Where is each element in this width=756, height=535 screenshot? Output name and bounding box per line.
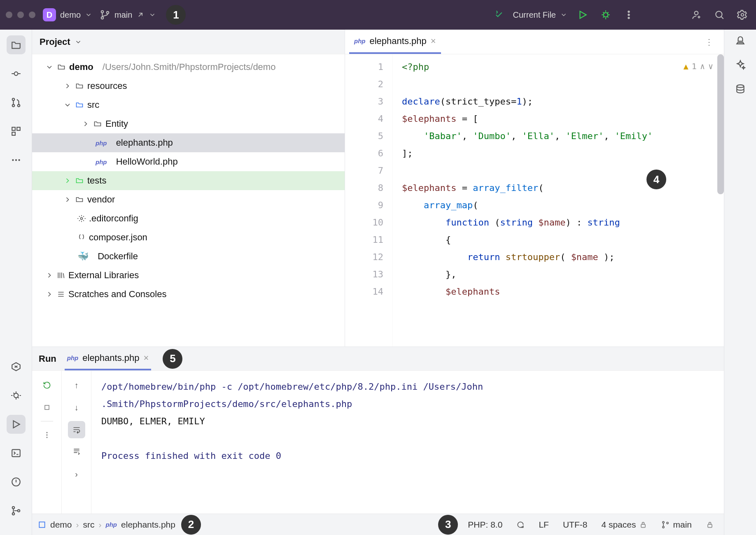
scroll-to-end-button[interactable] — [68, 443, 85, 461]
terminal-tool-button[interactable] — [7, 444, 26, 463]
close-icon[interactable]: × — [144, 353, 149, 363]
tree-label: Scratches and Consoles — [68, 289, 166, 300]
run-tool-window: Run phpelephants.php× 5 ↑ ↓ › — [32, 347, 724, 514]
structure-tool-button[interactable] — [7, 122, 26, 141]
title-bar: D demo main 1 Current File — [0, 0, 756, 30]
chevron-down-icon — [63, 101, 72, 109]
tree-item-hello[interactable]: php HelloWorld.php — [32, 152, 345, 171]
run-console[interactable]: /opt/homebrew/bin/php -c /opt/homebrew/e… — [91, 371, 724, 514]
minimize-window-icon[interactable] — [17, 12, 24, 18]
svg-rect-22 — [12, 449, 20, 456]
editor-tab-elephants[interactable]: php elephants.php × — [349, 30, 441, 54]
tree-item-editorconfig[interactable]: .editorconfig — [32, 209, 345, 228]
tree-root[interactable]: demo /Users/John.Smith/PhpstormProjects/… — [32, 58, 345, 77]
search-button[interactable] — [712, 7, 727, 23]
problems-tool-button[interactable] — [7, 472, 26, 491]
database-button[interactable] — [735, 84, 746, 97]
window-controls — [6, 12, 35, 18]
svg-point-24 — [12, 507, 14, 509]
project-header-title: Project — [40, 37, 70, 47]
svg-point-6 — [628, 17, 630, 19]
tree-item-entity[interactable]: Entity — [32, 114, 345, 133]
services-tool-button[interactable] — [7, 357, 26, 376]
tree-item-src[interactable]: src — [32, 95, 345, 114]
project-tool-window: Project demo /Users/John.Smith/PhpstormP… — [32, 30, 345, 347]
status-encoding[interactable]: UTF-8 — [559, 520, 592, 530]
next-icon[interactable]: ∨ — [708, 58, 713, 75]
project-tree[interactable]: demo /Users/John.Smith/PhpstormProjects/… — [32, 54, 345, 307]
svg-point-19 — [18, 159, 20, 161]
status-lock-icon[interactable] — [702, 521, 718, 529]
build-button[interactable] — [490, 7, 506, 23]
code-with-me-button[interactable] — [688, 7, 704, 23]
run-button[interactable] — [575, 7, 590, 23]
tree-item-elephants[interactable]: php elephants.php — [32, 133, 345, 152]
chevron-down-icon — [75, 38, 82, 46]
up-button[interactable]: ↑ — [68, 377, 85, 394]
editor-tabs-more[interactable]: ⋮ — [698, 37, 720, 47]
tree-item-resources[interactable]: resources — [32, 77, 345, 95]
status-indent[interactable]: 4 spaces — [597, 520, 651, 530]
commit-tool-button[interactable] — [7, 64, 26, 83]
tree-item-tests[interactable]: tests — [32, 171, 345, 190]
debug-button[interactable] — [598, 7, 614, 23]
run-config-name: Current File — [513, 10, 556, 20]
svg-point-30 — [46, 434, 47, 435]
tree-path: /Users/John.Smith/PhpstormProjects/demo — [103, 62, 276, 72]
run-tab[interactable]: phpelephants.php× — [65, 347, 152, 370]
status-php[interactable]: PHP: 8.0 — [464, 520, 506, 530]
inspection-widget[interactable]: ▲1∧∨ — [684, 58, 713, 75]
run-more-button[interactable] — [38, 426, 56, 444]
close-window-icon[interactable] — [6, 12, 12, 18]
editor-scrollbar[interactable] — [717, 54, 724, 194]
maximize-window-icon[interactable] — [29, 12, 35, 18]
svg-point-27 — [81, 218, 83, 220]
status-line-ending[interactable]: LF — [534, 520, 553, 530]
tree-item-docker[interactable]: 🐳 Dockerfile — [32, 247, 345, 266]
expand-button[interactable]: › — [68, 465, 85, 483]
rerun-button[interactable] — [38, 377, 56, 394]
tree-item-composer[interactable]: composer.json — [32, 228, 345, 247]
project-tool-button[interactable] — [7, 35, 26, 54]
project-header[interactable]: Project — [32, 30, 345, 54]
close-icon[interactable]: × — [431, 36, 436, 47]
settings-button[interactable] — [735, 7, 750, 23]
soft-wrap-button[interactable] — [68, 421, 85, 438]
php-file-icon: php — [354, 37, 366, 44]
svg-point-10 — [14, 72, 18, 76]
tree-item-scratches[interactable]: Scratches and Consoles — [32, 285, 345, 304]
debug-tool-button[interactable] — [7, 386, 26, 405]
prev-icon[interactable]: ∧ — [700, 58, 705, 75]
down-button[interactable]: ↓ — [68, 399, 85, 416]
svg-rect-15 — [17, 127, 20, 130]
svg-point-38 — [737, 85, 744, 88]
console-output: DUMBO, ELMER, EMILY — [101, 413, 714, 430]
code-area[interactable]: <?php declare(strict_types=1); $elephant… — [393, 54, 724, 347]
more-tool-button[interactable] — [7, 151, 26, 170]
crumb-demo: demo — [50, 520, 72, 530]
svg-point-1 — [101, 17, 103, 19]
svg-point-7 — [695, 11, 698, 15]
pull-requests-tool-button[interactable] — [7, 93, 26, 112]
breadcrumb[interactable]: demo› src› php elephants.php — [38, 520, 175, 530]
vcs-tool-button[interactable] — [7, 501, 26, 520]
project-selector[interactable]: D demo — [43, 8, 92, 21]
code-editor[interactable]: 1234567891011121314 <?php declare(strict… — [345, 54, 724, 347]
status-bar: demo› src› php elephants.php 2 3 PHP: 8.… — [32, 514, 724, 535]
tree-item-ext-libs[interactable]: External Libraries — [32, 266, 345, 285]
vcs-branch-selector[interactable]: main — [100, 9, 156, 20]
run-config-selector[interactable]: Current File — [513, 10, 567, 20]
run-tool-button[interactable] — [7, 415, 26, 434]
callout-2: 2 — [181, 515, 201, 535]
stop-button[interactable] — [38, 399, 56, 416]
chevron-right-icon — [63, 177, 72, 185]
status-sync-icon[interactable] — [512, 521, 529, 529]
tree-item-vendor[interactable]: vendor — [32, 190, 345, 209]
chevron-down-icon — [85, 11, 92, 19]
status-branch[interactable]: main — [657, 520, 696, 530]
callout-3: 3 — [438, 515, 458, 535]
notifications-button[interactable] — [735, 35, 746, 48]
more-actions-button[interactable] — [621, 7, 637, 23]
ai-assistant-button[interactable] — [735, 60, 746, 72]
console-line: .Smith/PhpstormProjects/demo/src/elephan… — [101, 395, 714, 413]
